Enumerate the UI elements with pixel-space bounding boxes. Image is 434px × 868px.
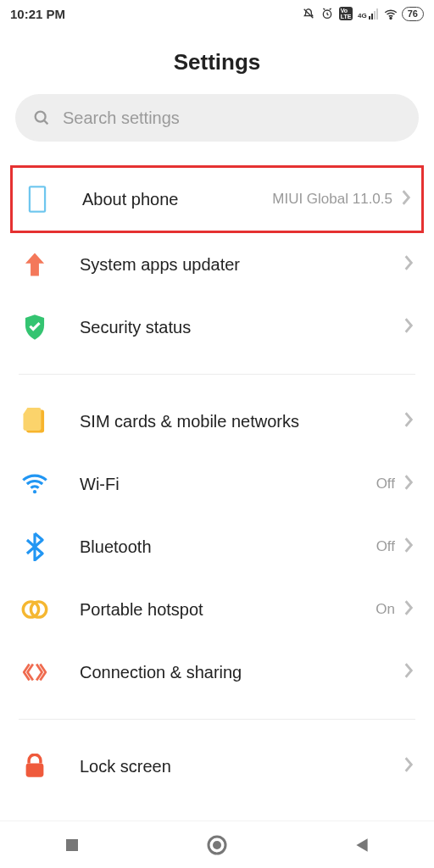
search-input[interactable]: Search settings bbox=[15, 94, 419, 142]
item-label: Bluetooth bbox=[80, 537, 376, 557]
item-system-updater[interactable]: System apps updater bbox=[0, 233, 434, 296]
item-bluetooth[interactable]: Bluetooth Off bbox=[0, 515, 434, 578]
item-label: About phone bbox=[82, 190, 272, 209]
item-label: Security status bbox=[80, 318, 403, 337]
item-lock-screen[interactable]: Lock screen bbox=[0, 735, 434, 798]
svg-rect-8 bbox=[26, 764, 44, 777]
item-label: Portable hotspot bbox=[80, 600, 376, 620]
sim-icon bbox=[20, 407, 49, 436]
chevron-right-icon bbox=[403, 254, 414, 275]
chevron-right-icon bbox=[403, 662, 414, 683]
item-about-phone[interactable]: About phone MIUI Global 11.0.5 bbox=[10, 165, 424, 233]
chevron-right-icon bbox=[403, 411, 414, 432]
nav-back-button[interactable] bbox=[337, 828, 387, 862]
wifi-icon bbox=[20, 470, 49, 498]
volte-icon: VoLTE bbox=[339, 7, 353, 20]
connection-icon bbox=[20, 658, 49, 687]
nav-recent-button[interactable] bbox=[47, 828, 97, 862]
hotspot-icon bbox=[20, 595, 49, 624]
section-divider bbox=[19, 719, 415, 720]
item-label: SIM cards & mobile networks bbox=[80, 412, 403, 431]
item-label: System apps updater bbox=[80, 255, 403, 275]
chevron-right-icon bbox=[403, 599, 414, 620]
item-value: Off bbox=[376, 476, 395, 492]
signal-icon: 4G bbox=[358, 8, 378, 19]
status-time: 10:21 PM bbox=[10, 7, 65, 21]
svg-point-5 bbox=[33, 490, 36, 493]
svg-rect-9 bbox=[66, 839, 78, 851]
item-sim-cards[interactable]: SIM cards & mobile networks bbox=[0, 390, 434, 453]
shield-icon bbox=[20, 313, 49, 342]
svg-rect-4 bbox=[31, 187, 44, 210]
alarm-icon bbox=[320, 7, 334, 20]
nav-home-button[interactable] bbox=[192, 828, 242, 862]
search-placeholder: Search settings bbox=[63, 108, 180, 128]
chevron-right-icon bbox=[403, 756, 414, 777]
item-label: Connection & sharing bbox=[80, 663, 403, 682]
svg-point-2 bbox=[36, 112, 46, 122]
status-right: VoLTE 4G 76 bbox=[302, 7, 424, 21]
item-hotspot[interactable]: Portable hotspot On bbox=[0, 578, 434, 641]
about-phone-icon bbox=[23, 185, 52, 214]
item-wifi[interactable]: Wi-Fi Off bbox=[0, 453, 434, 515]
chevron-right-icon bbox=[403, 317, 414, 338]
item-label: Wi-Fi bbox=[80, 475, 376, 494]
chevron-right-icon bbox=[401, 189, 411, 210]
do-not-disturb-icon bbox=[302, 7, 315, 20]
item-security-status[interactable]: Security status bbox=[0, 296, 434, 359]
item-value: MIUI Global 11.0.5 bbox=[272, 191, 392, 208]
battery-indicator: 76 bbox=[402, 7, 424, 21]
settings-section-3: Lock screen bbox=[0, 735, 434, 798]
wifi-status-icon bbox=[383, 7, 397, 20]
system-nav-bar bbox=[0, 821, 434, 868]
settings-section-2: SIM cards & mobile networks Wi-Fi Off Bl… bbox=[0, 390, 434, 704]
item-connection-sharing[interactable]: Connection & sharing bbox=[0, 641, 434, 704]
item-value: Off bbox=[376, 538, 395, 555]
chevron-right-icon bbox=[403, 537, 414, 558]
section-divider bbox=[19, 374, 415, 375]
item-label: Lock screen bbox=[80, 757, 403, 776]
lock-icon bbox=[20, 752, 49, 781]
item-value: On bbox=[376, 601, 395, 618]
svg-point-1 bbox=[390, 18, 392, 19]
page-title: Settings bbox=[0, 27, 434, 94]
settings-section-1: About phone MIUI Global 11.0.5 System ap… bbox=[0, 165, 434, 359]
search-icon bbox=[32, 108, 51, 127]
bluetooth-icon bbox=[20, 532, 49, 561]
arrow-up-icon bbox=[20, 250, 49, 279]
status-bar: 10:21 PM VoLTE 4G 76 bbox=[0, 0, 434, 27]
chevron-right-icon bbox=[403, 474, 414, 495]
svg-point-11 bbox=[213, 841, 221, 849]
